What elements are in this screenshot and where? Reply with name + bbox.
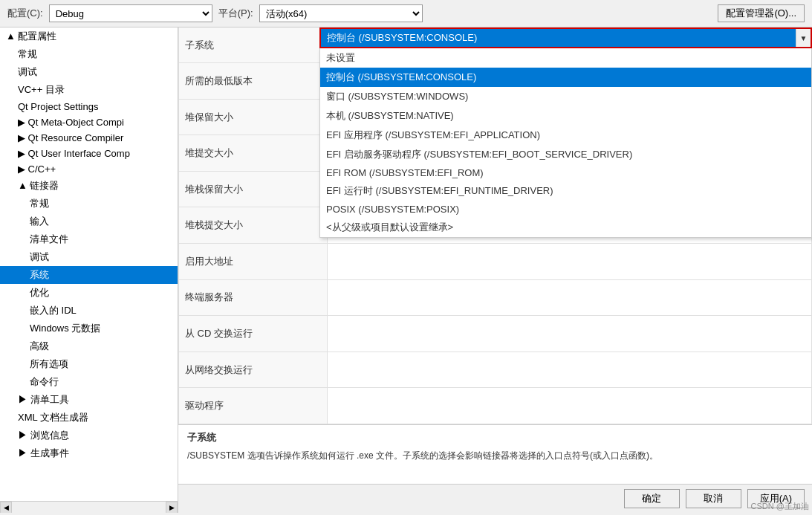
tree-item-qt-ui[interactable]: ▶ Qt User Interface Comp <box>0 146 178 161</box>
tree-item-linker-manifest[interactable]: 清单文件 <box>0 230 178 248</box>
prop-value <box>328 135 812 172</box>
table-row[interactable]: 从 CD 交换运行 <box>179 316 812 352</box>
table-row[interactable]: 驱动程序 <box>179 388 812 424</box>
tree-item-label: 所有选项 <box>30 357 68 371</box>
tree-item-xml-gen[interactable]: XML 文档生成器 <box>0 409 178 427</box>
prop-name: 堆保留大小 <box>179 99 328 135</box>
prop-name: 从网络交换运行 <box>179 352 328 388</box>
tree-item-config-props[interactable]: ▲ 配置属性 <box>0 27 178 45</box>
table-row[interactable]: 终端服务器 <box>179 279 812 316</box>
right-panel: 子系统所需的最低版本堆保留大小堆提交大小堆栈保留大小堆栈提交大小启用大地址终端服… <box>178 27 812 513</box>
table-row[interactable]: 堆保留大小 <box>179 99 812 135</box>
tree-item-label: ▶ Qt Resource Compiler <box>18 132 123 143</box>
prop-value <box>328 244 812 280</box>
tree-item-debug[interactable]: 调试 <box>0 63 178 81</box>
prop-value <box>328 388 812 424</box>
tree-item-label: ▲ 配置属性 <box>6 30 56 43</box>
table-row[interactable]: 所需的最低版本 <box>179 63 812 100</box>
prop-value <box>328 63 812 100</box>
prop-value <box>328 279 812 316</box>
tree-item-label: 输入 <box>30 215 49 228</box>
tree-item-linker-system[interactable]: 系统 <box>0 266 178 284</box>
tree-item-label: 高级 <box>30 340 49 353</box>
tree-item-label: ▲ 链接器 <box>18 179 59 192</box>
tree-item-linker-windows[interactable]: Windows 元数据 <box>0 320 178 337</box>
tree-item-label: 命令行 <box>30 375 59 389</box>
tree-item-label: 优化 <box>30 286 49 299</box>
prop-value <box>328 352 812 388</box>
prop-name: 终端服务器 <box>179 279 328 316</box>
watermark: CSDN @王加油 <box>751 501 809 512</box>
tree-item-label: VC++ 目录 <box>18 83 65 97</box>
tree-item-browser[interactable]: ▶ 浏览信息 <box>0 427 178 444</box>
platform-label: 平台(P): <box>218 7 253 20</box>
table-row[interactable]: 启用大地址 <box>179 244 812 280</box>
tree-item-linker-cmdline[interactable]: 命令行 <box>0 373 178 391</box>
ok-button[interactable]: 确定 <box>624 489 680 508</box>
tree-item-label: XML 文档生成器 <box>18 411 88 424</box>
scroll-left-btn[interactable]: ◀ <box>0 502 12 513</box>
tree-item-label: 常规 <box>18 48 37 61</box>
tree-item-label: ▶ Qt Meta-Object Compi <box>18 117 124 128</box>
description-text: /SUBSYSTEM 选项告诉操作系统如何运行 .exe 文件。子系统的选择会影… <box>187 449 803 462</box>
tree-item-linker[interactable]: ▲ 链接器 <box>0 177 178 195</box>
prop-name: 堆栈保留大小 <box>179 171 328 207</box>
tree-item-label: Qt Project Settings <box>18 101 98 112</box>
tree-item-label: 常规 <box>30 197 49 210</box>
tree-item-label: 调试 <box>30 250 49 264</box>
table-row[interactable]: 子系统 <box>179 27 812 63</box>
tree-item-build-events[interactable]: ▶ 生成事件 <box>0 444 178 462</box>
tree-item-label: 系统 <box>30 268 49 282</box>
tree-item-linker-idl[interactable]: 嵌入的 IDL <box>0 302 178 320</box>
description-area: 子系统 /SUBSYSTEM 选项告诉操作系统如何运行 .exe 文件。子系统的… <box>178 424 812 484</box>
tree-item-manifest-tool[interactable]: ▶ 清单工具 <box>0 391 178 409</box>
prop-name: 启用大地址 <box>179 244 328 280</box>
properties-area: 子系统所需的最低版本堆保留大小堆提交大小堆栈保留大小堆栈提交大小启用大地址终端服… <box>178 27 812 424</box>
properties-table: 子系统所需的最低版本堆保留大小堆提交大小堆栈保留大小堆栈提交大小启用大地址终端服… <box>178 27 812 424</box>
tree-item-label: ▶ 浏览信息 <box>18 429 69 442</box>
description-title: 子系统 <box>187 431 803 444</box>
tree-item-linker-general[interactable]: 常规 <box>0 195 178 213</box>
tree-item-qt-meta[interactable]: ▶ Qt Meta-Object Compi <box>0 114 178 130</box>
tree-item-linker-input[interactable]: 输入 <box>0 213 178 230</box>
prop-value <box>328 316 812 352</box>
prop-value <box>328 99 812 135</box>
prop-name: 所需的最低版本 <box>179 63 328 100</box>
table-row[interactable]: 堆栈提交大小 <box>179 207 812 244</box>
tree-item-vc-dirs[interactable]: VC++ 目录 <box>0 81 178 99</box>
bottom-bar: 确定 取消 应用(A) <box>178 484 812 513</box>
tree-item-label: 嵌入的 IDL <box>30 304 77 317</box>
tree-item-cpp[interactable]: ▶ C/C++ <box>0 161 178 177</box>
prop-value <box>328 207 812 244</box>
tree-item-linker-advanced[interactable]: 高级 <box>0 337 178 355</box>
main-area: ▲ 配置属性常规调试VC++ 目录Qt Project Settings▶ Qt… <box>0 27 812 513</box>
cancel-button[interactable]: 取消 <box>686 489 741 508</box>
prop-name: 子系统 <box>179 27 328 63</box>
left-panel: ▲ 配置属性常规调试VC++ 目录Qt Project Settings▶ Qt… <box>0 27 178 513</box>
tree-item-general[interactable]: 常规 <box>0 45 178 63</box>
table-row[interactable]: 从网络交换运行 <box>179 352 812 388</box>
tree-view: ▲ 配置属性常规调试VC++ 目录Qt Project Settings▶ Qt… <box>0 27 178 501</box>
tree-item-label: ▶ 生成事件 <box>18 447 69 460</box>
tree-item-qt-resource[interactable]: ▶ Qt Resource Compiler <box>0 130 178 146</box>
platform-select[interactable]: 活动(x64) <box>259 4 423 22</box>
scroll-right-btn[interactable]: ▶ <box>166 502 178 513</box>
prop-name: 从 CD 交换运行 <box>179 316 328 352</box>
tree-item-label: Windows 元数据 <box>30 322 100 335</box>
config-manager-button[interactable]: 配置管理器(O)... <box>718 4 805 22</box>
toolbar: 配置(C): Debug 平台(P): 活动(x64) 配置管理器(O)... <box>0 0 812 27</box>
prop-name: 堆栈提交大小 <box>179 207 328 244</box>
tree-item-linker-all[interactable]: 所有选项 <box>0 355 178 373</box>
tree-item-label: 清单文件 <box>30 233 68 246</box>
tree-item-label: 调试 <box>18 65 37 79</box>
prop-value <box>328 171 812 207</box>
tree-item-qt-project[interactable]: Qt Project Settings <box>0 99 178 114</box>
tree-item-label: ▶ 清单工具 <box>18 393 69 407</box>
table-row[interactable]: 堆提交大小 <box>179 135 812 172</box>
table-row[interactable]: 堆栈保留大小 <box>179 171 812 207</box>
tree-item-linker-optimize[interactable]: 优化 <box>0 284 178 302</box>
tree-item-label: ▶ C/C++ <box>18 163 56 175</box>
config-label: 配置(C): <box>7 7 43 20</box>
tree-item-linker-debug[interactable]: 调试 <box>0 248 178 266</box>
config-select[interactable]: Debug <box>49 4 212 22</box>
